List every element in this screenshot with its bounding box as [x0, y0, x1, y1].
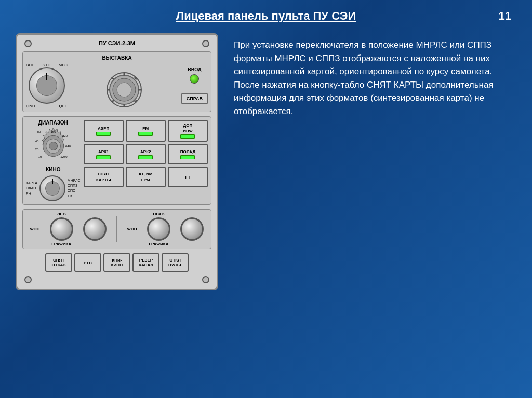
- encoder-knob[interactable]: [106, 72, 142, 108]
- knob-baro-pointer: [46, 73, 47, 80]
- svg-text:40: 40: [35, 140, 38, 143]
- btn-ark2[interactable]: АРК2: [126, 144, 166, 164]
- karta-knob-pointer: [52, 179, 53, 184]
- btn-ark1[interactable]: АРК1: [84, 144, 124, 164]
- diapazon-section: ДИАПАЗОН 160 320: [22, 116, 211, 205]
- vystavka-row: ВПР STD МВС QNH QFE: [26, 63, 208, 108]
- svg-point-3: [117, 83, 131, 97]
- buttons-area: АЭРП РМ ДОП ИНФ АРК1: [84, 120, 208, 187]
- btn-kt-nm[interactable]: КТ, NM FPM: [126, 167, 166, 187]
- btn-otkl-pult[interactable]: ОТКЛПУЛЬТ: [162, 253, 189, 272]
- knob-label-qnh: QNH: [26, 104, 35, 108]
- knob-label-qfe: QFE: [59, 104, 68, 108]
- btn-rm-indicator: [138, 132, 153, 136]
- btn-rts[interactable]: РТС: [74, 253, 101, 272]
- page-number: 11: [499, 9, 511, 23]
- svg-point-14: [49, 142, 57, 150]
- encoder-area: [106, 63, 142, 108]
- grafika-prav-knob[interactable]: [180, 217, 204, 241]
- btn-dop-inf-indicator: [180, 134, 195, 139]
- vystavka-label: ВЫСТАВКА: [26, 55, 208, 61]
- fon-prav-grafika: ГРАФИКА: [149, 242, 168, 246]
- fon-lev-knob[interactable]: [50, 217, 73, 241]
- buttons-grid: АЭРП РМ ДОП ИНФ АРК1: [84, 120, 208, 187]
- svg-text:1280: 1280: [60, 155, 68, 158]
- corner-circle-bl: [24, 276, 32, 283]
- fon-separator: [116, 216, 117, 242]
- btn-kpi-kino[interactable]: КПИ-КИНО: [103, 253, 130, 272]
- knob-label-vpr: ВПР: [26, 63, 34, 67]
- diapazon-label: ДИАПАЗОН: [38, 120, 68, 126]
- svg-text:640: 640: [65, 145, 71, 148]
- corner-circle-tl: [24, 40, 32, 47]
- svg-line-8: [112, 77, 114, 79]
- karta-knob[interactable]: [39, 175, 65, 201]
- gear-knob[interactable]: 160 320 640 1280 80 40 20 10: [34, 127, 73, 166]
- led-vvod: [190, 74, 199, 84]
- knob-baro[interactable]: [29, 67, 65, 104]
- gear-svg: 160 320 640 1280 80 40 20 10: [34, 127, 73, 166]
- diapazon-left: ДИАПАЗОН 160 320: [26, 120, 81, 201]
- karta-labels-left: КАРТА ПЛАН РН: [26, 181, 37, 196]
- btn-ark2-indicator: [138, 155, 153, 159]
- corner-circle-tr: [202, 40, 209, 47]
- grafika-lev-knob[interactable]: [83, 217, 107, 241]
- fon-prav-group: ПРАВ ГРАФИКА: [147, 212, 170, 246]
- btn-aerp[interactable]: АЭРП: [84, 120, 124, 142]
- knob-baro-area: ВПР STD МВС QNH QFE: [26, 63, 68, 108]
- btn-ft[interactable]: FT: [168, 167, 208, 187]
- btn-rm[interactable]: РМ: [126, 120, 166, 142]
- vystavka-section: ВЫСТАВКА ВПР STD МВС QNH QFE: [22, 51, 211, 112]
- content-area: ПУ СЭИ-2-3М ВЫСТАВКА ВПР STD МВС: [0, 28, 532, 295]
- karta-area: КАРТА ПЛАН РН МНРЛС СППЗ СПС ТВ: [26, 175, 81, 201]
- knob-label-std: STD: [42, 63, 50, 67]
- fon-prav-label: ФОН: [127, 227, 137, 231]
- vvod-section: ВВОД СПРАВ: [181, 67, 208, 104]
- fon-lev-grafika: ГРАФИКА: [51, 242, 71, 246]
- panel: ПУ СЭИ-2-3М ВЫСТАВКА ВПР STD МВС: [16, 33, 218, 290]
- svg-text:160: 160: [50, 130, 56, 133]
- kino-label: КИНО: [46, 167, 60, 172]
- corner-circle-br: [202, 276, 209, 283]
- btn-snyt-karty[interactable]: СНЯТ КАРТЫ: [84, 167, 124, 187]
- bottom-buttons: СНЯТОТКАЗ РТС КПИ-КИНО РЕЗЕРКАНАЛ ОТКЛПУ…: [22, 253, 211, 272]
- btn-posad[interactable]: ПОСАД: [168, 144, 208, 164]
- svg-text:80: 80: [37, 130, 41, 133]
- svg-text:10: 10: [38, 155, 42, 158]
- karta-labels-right: МНРЛС СППЗ СПС ТВ: [68, 178, 81, 198]
- encoder-svg: [106, 72, 142, 108]
- sprav-button[interactable]: СПРАВ: [181, 93, 208, 104]
- text-section: При установке переключателя в положение …: [234, 33, 516, 118]
- panel-title: ПУ СЭИ-2-3М: [99, 40, 135, 46]
- fon-prav-knob[interactable]: [147, 217, 170, 241]
- svg-text:320: 320: [62, 134, 68, 138]
- fon-lev-side: ЛЕВ: [57, 212, 66, 216]
- btn-dop-inf[interactable]: ДОП ИНФ: [168, 120, 208, 142]
- btn-posad-indicator: [180, 155, 195, 159]
- description-text: При установке переключателя в положение …: [234, 38, 516, 118]
- fon-lev-group: ЛЕВ ГРАФИКА: [50, 212, 73, 246]
- panel-bottom-corners: [22, 276, 211, 283]
- panel-top-corners: ПУ СЭИ-2-3М: [22, 40, 211, 47]
- fon-section: ФОН ЛЕВ ГРАФИКА ФОН ПРАВ ГРАФИКА: [22, 209, 211, 249]
- fon-prav-side: ПРАВ: [153, 212, 164, 216]
- fon-lev-label: ФОН: [30, 227, 40, 231]
- vvod-label: ВВОД: [188, 67, 201, 72]
- page-title: Лицевая панель пульта ПУ СЭИ: [176, 9, 356, 23]
- btn-rezer-kanal[interactable]: РЕЗЕРКАНАЛ: [132, 253, 159, 272]
- btn-ark1-indicator: [96, 155, 111, 159]
- btn-aerp-indicator: [96, 132, 111, 136]
- page-header: Лицевая панель пульта ПУ СЭИ 11: [0, 0, 532, 28]
- svg-text:20: 20: [35, 148, 38, 151]
- knob-label-mbs: МВС: [58, 63, 68, 67]
- svg-line-10: [112, 100, 114, 102]
- btn-snyt-otkaz[interactable]: СНЯТОТКАЗ: [45, 253, 72, 272]
